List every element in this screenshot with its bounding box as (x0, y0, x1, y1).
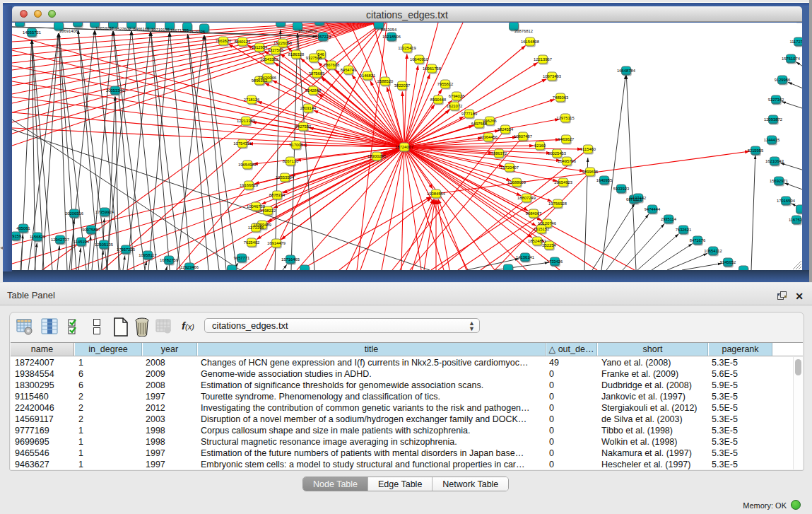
svg-text:1498222: 1498222 (260, 209, 276, 213)
svg-text:19384554: 19384554 (427, 192, 446, 196)
svg-text:39159: 39159 (12, 234, 21, 238)
svg-text:10120746: 10120746 (538, 221, 556, 226)
svg-text:2803144: 2803144 (300, 106, 317, 110)
svg-text:17957225: 17957225 (117, 247, 135, 252)
svg-text:3875685: 3875685 (309, 71, 325, 76)
svg-text:1615152: 1615152 (534, 227, 550, 231)
svg-text:16154808: 16154808 (521, 40, 539, 44)
svg-text:435061: 435061 (16, 226, 30, 230)
svg-text:1733426: 1733426 (547, 259, 563, 264)
svg-text:2935114: 2935114 (661, 217, 677, 221)
svg-text:8267130: 8267130 (283, 159, 299, 163)
svg-text:12213967: 12213967 (534, 57, 552, 62)
svg-text:19756928: 19756928 (548, 201, 567, 206)
svg-text:6466160: 6466160 (134, 27, 150, 31)
svg-text:9245652: 9245652 (720, 260, 736, 264)
svg-text:9129966: 9129966 (775, 78, 791, 82)
svg-text:9227342: 9227342 (768, 98, 784, 102)
svg-text:90975887: 90975887 (82, 228, 100, 232)
svg-text:15226058: 15226058 (273, 41, 292, 45)
svg-text:20053346: 20053346 (106, 88, 124, 93)
svg-text:12213389: 12213389 (237, 119, 255, 123)
svg-text:9242848: 9242848 (305, 88, 322, 93)
svg-text:1167533: 1167533 (789, 218, 802, 222)
svg-text:7632621: 7632621 (676, 228, 692, 232)
svg-text:18300295: 18300295 (367, 154, 386, 158)
svg-text:8912954: 8912954 (252, 45, 268, 49)
svg-text:7625402: 7625402 (244, 240, 260, 245)
svg-text:12505135: 12505135 (95, 243, 113, 247)
svg-text:7955812: 7955812 (437, 82, 454, 86)
svg-text:746266: 746266 (483, 119, 496, 123)
svg-text:10654112: 10654112 (704, 249, 722, 253)
svg-text:7485063: 7485063 (553, 95, 569, 100)
svg-text:8215955: 8215955 (748, 148, 764, 153)
svg-text:16640910: 16640910 (410, 57, 428, 62)
svg-text:19218506: 19218506 (382, 35, 401, 39)
svg-text:15716465: 15716465 (281, 257, 300, 262)
svg-text:20876812: 20876812 (514, 29, 533, 33)
svg-text:1527602: 1527602 (115, 27, 131, 31)
svg-text:16782759: 16782759 (160, 258, 178, 262)
svg-text:10543362: 10543362 (260, 57, 278, 62)
svg-text:10025453: 10025453 (548, 151, 566, 156)
svg-text:12923466: 12923466 (180, 265, 199, 269)
svg-text:16495796: 16495796 (558, 159, 576, 163)
svg-text:22420046: 22420046 (258, 76, 276, 80)
svg-text:19654923: 19654923 (554, 180, 572, 185)
svg-text:252254: 252254 (542, 243, 556, 247)
svg-text:9327508: 9327508 (306, 56, 322, 60)
svg-text:9657771: 9657771 (234, 256, 250, 260)
svg-text:8990448: 8990448 (430, 98, 447, 102)
svg-text:1621072: 1621072 (447, 104, 463, 108)
svg-text:8186328: 8186328 (288, 52, 305, 57)
svg-text:7663822: 7663822 (216, 39, 232, 43)
svg-text:1640955: 1640955 (596, 178, 613, 182)
svg-text:5933923: 5933923 (613, 187, 630, 191)
svg-text:11172714: 11172714 (790, 40, 802, 44)
svg-text:1244415: 1244415 (764, 138, 780, 142)
svg-text:9463627: 9463627 (558, 137, 575, 141)
svg-text:1156829: 1156829 (30, 235, 45, 239)
svg-text:9474444: 9474444 (645, 207, 661, 211)
svg-text:62160: 62160 (534, 144, 546, 148)
svg-text:10688609: 10688609 (507, 180, 526, 185)
svg-text:12942737: 12942737 (51, 238, 69, 242)
svg-text:10754311: 10754311 (233, 141, 251, 146)
svg-text:10719155: 10719155 (151, 28, 170, 32)
svg-text:15751074: 15751074 (782, 57, 801, 61)
svg-text:16671355: 16671355 (170, 28, 189, 33)
svg-text:10653267: 10653267 (95, 26, 114, 30)
svg-text:20691406: 20691406 (59, 29, 78, 33)
svg-text:10807487: 10807487 (514, 134, 532, 139)
svg-text:17359924: 17359924 (95, 210, 114, 214)
svg-text:11325419: 11325419 (398, 46, 416, 50)
svg-text:15720407: 15720407 (500, 165, 519, 170)
svg-text:16033809: 16033809 (298, 29, 317, 33)
svg-text:14136141: 14136141 (516, 255, 534, 259)
svg-text:12093872: 12093872 (764, 117, 782, 122)
svg-text:16648784: 16648784 (617, 69, 636, 73)
svg-text:19654982: 19654982 (238, 163, 257, 167)
svg-text:8813054: 8813054 (381, 28, 397, 32)
svg-text:14055721: 14055721 (23, 30, 41, 35)
svg-text:12975115: 12975115 (556, 116, 574, 120)
svg-text:9115460: 9115460 (580, 147, 596, 151)
svg-text:7357224: 7357224 (315, 35, 331, 39)
svg-text:20206516: 20206516 (65, 211, 83, 216)
svg-text:18807249: 18807249 (517, 196, 536, 200)
svg-text:7886372: 7886372 (491, 151, 507, 156)
svg-text:9777169: 9777169 (461, 112, 478, 116)
svg-text:8878334: 8878334 (269, 193, 286, 197)
svg-text:15692971: 15692971 (770, 179, 788, 183)
svg-text:8427552: 8427552 (295, 124, 312, 129)
svg-text:10973493: 10973493 (543, 74, 561, 78)
svg-text:20364456: 20364456 (479, 135, 498, 139)
svg-text:19166829: 19166829 (240, 183, 258, 187)
svg-text:9146821: 9146821 (360, 74, 376, 78)
svg-text:9899695: 9899695 (582, 170, 599, 174)
svg-text:18724007: 18724007 (395, 145, 413, 149)
svg-text:2867608: 2867608 (324, 63, 340, 67)
svg-text:7515526: 7515526 (189, 30, 206, 34)
svg-text:9197442: 9197442 (630, 196, 647, 200)
